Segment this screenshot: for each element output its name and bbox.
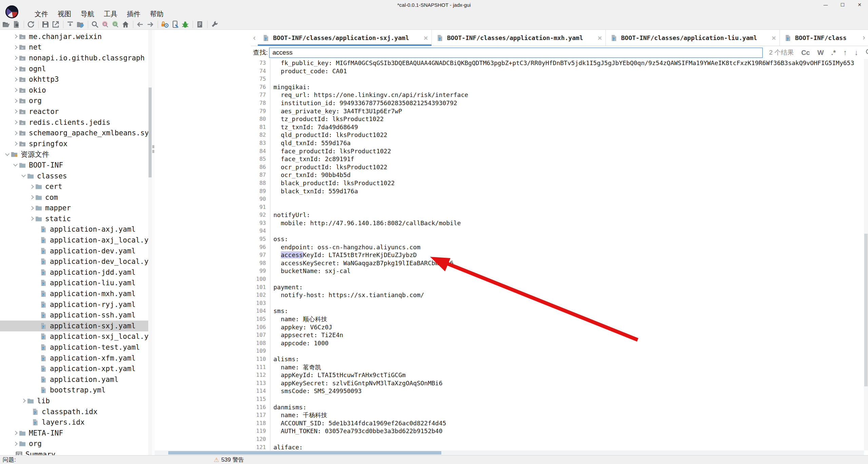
log-icon[interactable] [195,20,205,29]
editor-hscroll-thumb[interactable] [168,451,441,455]
tab-scroll-right-icon[interactable]: › [861,33,867,42]
code-line[interactable]: 84 face_productId: lksProduct1022 [251,147,864,155]
maximize-button[interactable]: ☐ [834,0,851,9]
code-line[interactable]: 121aliface: [251,443,864,451]
tab-close-icon[interactable]: × [594,34,602,42]
code-line[interactable]: 111 name: 茗奇凯 [251,363,864,371]
tree-item[interactable]: 资源文件 [0,149,148,160]
tree-collapse-icon[interactable] [13,162,18,167]
tree-item[interactable]: ?application-ssh.yaml [0,310,148,321]
tree-expand-icon[interactable] [30,206,34,210]
editor-tab[interactable]: ?BOOT-INF/classes/application-mxh.yaml× [432,30,606,46]
warnings-badge[interactable]: ⚠ 539 警告 [214,456,244,464]
main-activity-icon[interactable] [121,20,131,29]
code-line[interactable]: 96 endpoint: oss-cn-hangzhou.aliyuncs.co… [251,243,864,251]
code-line[interactable]: 101payment: [251,283,864,291]
code-line[interactable]: 93 mobile: http://47.96.140.186:8082/cal… [251,219,864,227]
tree-collapse-icon[interactable] [5,152,9,156]
tree-item[interactable]: ?application-axj.yaml [0,224,148,235]
tree-expand-icon[interactable] [13,99,18,103]
code-line[interactable]: 100 [251,275,864,283]
code-line[interactable]: 119 AUTH_TOKEN: 03057ea793cd0bbe3a3bd622… [251,427,864,435]
code-line[interactable]: 92notifyUrl: [251,211,864,219]
tree-expand-icon[interactable] [13,77,18,82]
tree-item[interactable]: ?application-ryj.yaml [0,299,148,310]
tree-item[interactable]: classes [0,171,148,181]
tree-item[interactable]: ?application-dev_local.yaml [0,256,148,267]
menu-item-5[interactable]: 帮助 [145,9,168,19]
tree-scrollbar-thumb[interactable] [149,88,152,177]
export-icon[interactable] [51,20,61,29]
tree-expand-icon[interactable] [30,217,34,221]
code-line[interactable]: 83 qld_txnId: 559d176a [251,139,864,147]
tree-item[interactable]: META-INF [0,428,148,439]
tree-item[interactable]: nonapi.io.github.classgraph [0,53,148,63]
tree-item[interactable]: schemaorg_apache_xmlbeans.system [0,128,148,138]
code-line[interactable]: 108 appcode: 1000 [251,339,864,347]
code-line[interactable]: 85 face_txnId: 2c89191f [251,155,864,163]
tree-item[interactable]: mapper [0,203,148,214]
next-match-icon[interactable]: ↓ [854,48,858,57]
tree-item[interactable]: ognl [0,63,148,74]
tree-scrollbar[interactable] [148,30,152,455]
code-line[interactable]: 114 smsCode: SMS_249950093 [251,387,864,395]
menu-item-2[interactable]: 导航 [76,9,99,19]
code-line[interactable]: 94 [251,227,864,235]
code-line[interactable]: 80 tz_productId: lksProduct1022 [251,115,864,123]
tree-collapse-icon[interactable] [21,173,26,177]
code-line[interactable]: 79 aes_private_key: 3A4TFt3U1p6Er7wP [251,107,864,115]
code-line[interactable]: 91 [251,203,864,211]
tree-expand-icon[interactable] [13,88,18,92]
menu-item-1[interactable]: 视图 [53,9,76,19]
code-line[interactable]: 78 institution_id: 994933678775602835082… [251,99,864,107]
tree-expand-icon[interactable] [13,66,18,71]
tree-item[interactable]: ?classpath.idx [0,406,148,417]
class-search-icon[interactable] [100,20,111,29]
tree-expand-icon[interactable] [21,399,26,403]
code-line[interactable]: 86 ocr_productId: lksProduct1022 [251,163,864,171]
code-line[interactable]: 110alisms: [251,355,864,363]
code-line[interactable]: 117 name: 千杨科技 [251,411,864,419]
regex-button[interactable]: .* [831,49,836,57]
debugger-icon[interactable] [180,20,191,29]
editor-tab[interactable]: ?BOOT-INF/classes/application-liu.yaml× [606,30,780,46]
code-line[interactable]: 87 ocr_txnId: 90bb4b5d [251,171,864,179]
match-case-button[interactable]: Cc [801,49,810,57]
editor-horizontal-scrollbar[interactable] [155,450,864,455]
tab-scroll-left-icon[interactable]: ‹ [251,30,258,46]
code-line[interactable]: 106 appkey: V6Cz0J [251,323,864,331]
tree-item[interactable]: ?application-dev.yaml [0,246,148,256]
comment-search-icon[interactable] [111,20,121,29]
editor-tab[interactable]: ?BOOT-INF/classes/application-sxj.yaml× [258,30,432,46]
tree-expand-icon[interactable] [13,110,18,114]
tree-expand-icon[interactable] [30,185,34,189]
tree-item[interactable]: org [0,439,148,449]
search-settings-icon[interactable] [865,48,868,58]
tree-item[interactable]: redis.clients.jedis [0,117,148,128]
code-line[interactable]: 116danmisms: [251,403,864,411]
tree-expand-icon[interactable] [13,56,18,60]
tree-item[interactable]: reactor [0,106,148,117]
tree-item[interactable]: ?application-xfm.yaml [0,353,148,364]
code-line[interactable]: 115 [251,395,864,403]
code-line[interactable]: 74 product_code: CA01 [251,67,864,75]
tree-item[interactable]: ?application.yaml [0,374,148,385]
code-line[interactable]: 88 black_productId: lksProduct1022 [251,179,864,187]
tree-item[interactable]: org [0,96,148,107]
close-button[interactable]: ✕ [851,0,868,9]
code-line[interactable]: 90 [251,195,864,203]
tree-item[interactable]: static [0,213,148,224]
tree-expand-icon[interactable] [13,442,18,446]
code-line[interactable]: 113 appKeySecret: szlvEiGntpNvM3lTaXzgOA… [251,379,864,387]
tree-expand-icon[interactable] [13,34,18,39]
code-line[interactable]: 97 accessKeyId: LTAI5tBt7rHreKjDEuZJybzD [251,251,864,259]
tree-item[interactable]: BOOT-INF [0,160,148,171]
code-line[interactable]: 107 appsecret: Ti2E4n [251,331,864,339]
tree-item[interactable]: Summary [0,449,148,455]
tree-item[interactable]: ?layers.idx [0,417,148,428]
tree-item[interactable]: okhttp3 [0,74,148,85]
tree-item[interactable]: cert [0,181,148,192]
tree-item[interactable]: ?application-sxj_local.yaml [0,331,148,342]
forward-icon[interactable] [146,20,156,29]
back-icon[interactable] [135,20,146,29]
